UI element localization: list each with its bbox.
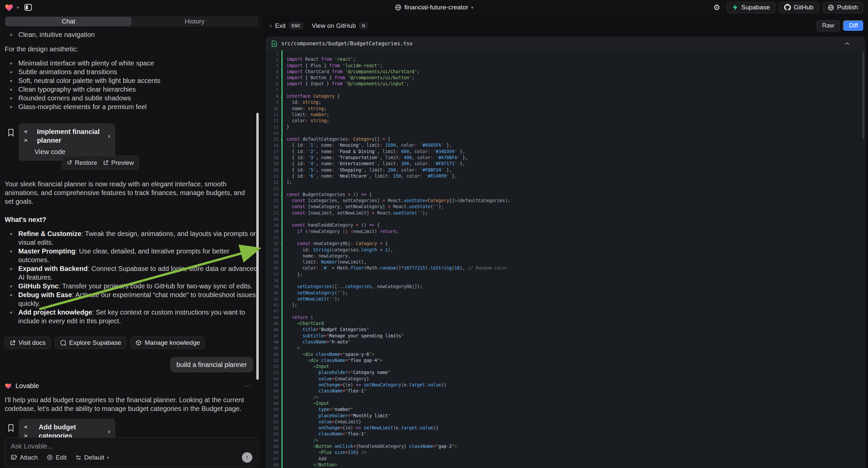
preview-button[interactable]: Preview [103,158,134,167]
supabase-button[interactable]: Supabase [727,2,775,13]
chat-scrollbar[interactable] [256,113,259,380]
version-card-wrap-1: < > Implement financial planner › View c… [19,123,116,161]
line-number: 11 [266,112,278,118]
explore-supabase-button[interactable]: Explore Supabase [55,337,126,349]
external-link-icon [10,340,16,346]
github-button[interactable]: GitHub [779,2,819,13]
panel-left-icon [24,4,32,11]
line-number: 10 [266,106,278,112]
fold-chevron-icon[interactable]: ▾ [280,242,282,248]
fold-chevron-icon[interactable]: ▾ [280,94,282,100]
bullet-item: ●Expand with Backend: Connect Supabase t… [5,264,258,282]
mode-select[interactable]: Default ▾ [75,454,109,461]
line-number: 17 [266,149,278,155]
external-link-icon [103,160,108,166]
toggle-sidebar-button[interactable] [23,2,34,12]
line-number: 48 [266,339,278,345]
code-line: limit: number; [286,112,865,118]
code-line: className="h-auto" [286,339,865,345]
code-line: { id: '1', name: 'Housing', limit: 1500,… [286,142,865,148]
chat-composer[interactable]: Ask Lovable... Attach Edit Default ▾ [4,437,258,467]
line-number: 45 [266,321,278,327]
code-line: }; [286,302,865,308]
line-number: 4 [266,69,278,75]
line-number: 28 [266,216,278,222]
view-on-github-button[interactable]: View on GitHub G [312,22,368,30]
code-line: setNewCategory(''); [286,290,865,296]
code-line [286,87,865,93]
send-button[interactable]: ↑ [242,452,252,463]
composer-input[interactable]: Ask Lovable... [11,442,252,450]
exit-button[interactable]: ‹ Exit ESC [270,22,303,30]
bullet-item: ●Subtle animations and transitions [5,67,258,76]
attach-button[interactable]: Attach [11,454,38,461]
lovable-logo-icon[interactable] [5,3,13,11]
code-editor[interactable]: 12345678▾9101112131415▾16171819202122232… [266,50,865,468]
code-line: { id: '5', name: 'Shopping', limit: 200,… [286,167,865,173]
line-number: 14 [266,130,278,136]
bookmark-icon[interactable] [8,424,14,432]
bullet-item: ●Debug with Ease: Activate our experimen… [5,290,258,308]
code-line: <Button onClick={handleAddCategory} clas… [286,443,865,449]
top-bar: ▾ financial-future-creator ▾ ⚙ [0,0,868,15]
line-number: 43 [266,308,278,314]
tab-chat[interactable]: Chat [5,17,131,26]
bookmark-icon[interactable] [8,128,14,137]
code-line: <ChartCard [286,321,865,327]
code-line: const newCategoryObj: Category = { [286,241,865,247]
chat-history-tabs: Chat History [5,16,258,27]
chevron-left-icon: ‹ [270,23,272,29]
tab-history[interactable]: History [131,17,258,26]
project-switcher[interactable]: financial-future-creator ▾ [395,0,473,15]
message-menu-button[interactable]: ··· [244,381,252,390]
line-number: 39 [266,284,278,290]
fold-chevron-icon[interactable]: ▾ [280,223,282,229]
gear-icon: ⚙ [713,3,720,12]
visit-docs-button[interactable]: Visit docs [5,337,51,349]
line-number: 68 [266,462,278,468]
code-line: { id: '6', name: 'Healthcare', limit: 15… [286,173,865,179]
edit-button[interactable]: Edit [46,454,67,461]
diff-toggle-button[interactable]: Diff [843,20,864,32]
version-card-implement-financial-planner[interactable]: < > Implement financial planner › View c… [19,123,116,161]
supabase-label: Supabase [741,4,770,11]
manage-knowledge-button[interactable]: Manage knowledge [130,337,205,349]
line-number: 61 [266,419,278,425]
collapse-file-button[interactable] [844,42,849,45]
line-number: 67 [266,456,278,462]
file-added-icon [272,40,277,47]
line-number: 12 [266,118,278,124]
sliders-icon [75,455,82,461]
user-message-bubble: build a financial planner [170,357,253,372]
workspace-chevron-icon[interactable]: ▾ [17,5,19,10]
chat-bubble-icon [60,340,66,346]
line-number: 8▾ [266,93,278,99]
publish-label: Publish [837,4,858,11]
file-path-bar[interactable]: src/components/budget/BudgetCategories.t… [266,37,865,50]
line-number: 21 [266,173,278,179]
line-number: 9 [266,99,278,106]
github-icon [784,4,791,11]
raw-toggle-button[interactable]: Raw [816,20,840,32]
settings-button[interactable]: ⚙ [710,2,723,13]
restore-button[interactable]: ↺ Restore [67,158,97,167]
chat-message-list[interactable]: ●Clean, intuitive navigation For the des… [0,27,263,468]
code-line: onChange={(e) => setNewCategory(e.target… [286,382,865,388]
code-scrollbar[interactable] [862,52,864,139]
code-line: </Button> [286,462,865,468]
version-card-title: Implement financial planner [37,127,104,145]
line-number: 52 [266,363,278,370]
globe-icon [395,4,401,11]
code-line: color: '#' + Math.floor(Math.random()*16… [286,265,865,271]
line-number: 50 [266,351,278,357]
bullet-item: ●Soft, neutral color palette with light … [5,76,258,85]
fold-chevron-icon[interactable]: ▾ [280,137,282,143]
esc-key-badge: ESC [289,23,303,29]
fold-chevron-icon[interactable]: ▾ [280,193,282,199]
line-number: 59 [266,407,278,413]
line-number: 46 [266,327,278,333]
line-number: 58 [266,401,278,407]
code-line: const [newLimit, setNewLimit] = React.us… [286,210,865,216]
view-code-link[interactable]: View code [35,147,110,156]
publish-button[interactable]: Publish [823,2,863,13]
